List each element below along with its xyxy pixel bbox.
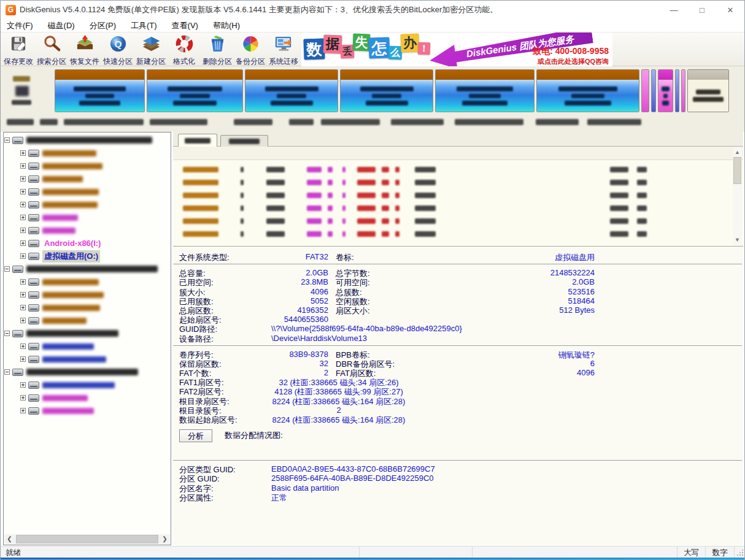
disk-partition-block[interactable] [435, 69, 535, 112]
menu-P[interactable]: 分区(P) [90, 20, 116, 31]
partition-table-header[interactable] [173, 147, 743, 160]
menu-V[interactable]: 查看(V) [172, 20, 198, 31]
table-vertical-scrollbar[interactable]: ▲ ▼ [733, 148, 742, 245]
tree-expand-icon[interactable] [4, 137, 10, 143]
tree-expand-icon[interactable] [20, 215, 26, 220]
tree-expand-icon[interactable] [20, 292, 26, 297]
tree-expand-icon[interactable] [20, 240, 26, 246]
tree-expand-icon[interactable] [20, 228, 26, 233]
banner-qq-link[interactable]: 或点击此处选择QQ咨询 [533, 57, 609, 66]
toolbar-save-button[interactable]: 保存更改 [2, 33, 35, 66]
tree-item[interactable] [20, 275, 161, 288]
disk-partition-sliver[interactable] [641, 69, 649, 112]
scroll-up-icon[interactable]: ▲ [733, 148, 742, 157]
scroll-left-icon[interactable]: ❮ [4, 534, 15, 544]
menu-H[interactable]: 帮助(H) [213, 20, 240, 31]
tree-item[interactable] [4, 134, 161, 147]
menu-D[interactable]: 磁盘(D) [48, 20, 75, 31]
toolbar-format-button[interactable]: 格式化 [168, 33, 201, 66]
table-row[interactable] [173, 202, 743, 215]
toolbar-quick-partition-button[interactable]: Q 快速分区 [101, 33, 134, 66]
minimize-button[interactable]: — [660, 1, 688, 19]
maximize-button[interactable]: □ [688, 1, 716, 19]
disk-partition-block[interactable] [536, 69, 639, 112]
menu-F[interactable]: 文件(F) [7, 20, 33, 31]
toolbar-delete-button[interactable]: 删除分区 [201, 33, 234, 66]
disk-partition-block[interactable] [147, 69, 243, 112]
disk-partition-block[interactable] [340, 69, 433, 112]
tree-item[interactable] [20, 378, 161, 391]
tree-item[interactable] [4, 263, 161, 275]
tree-item[interactable] [20, 340, 161, 353]
detail-row: FAT1扇区号:32 (柱面:338665 磁头:34 扇区:26) [173, 377, 743, 386]
tree-item[interactable] [20, 404, 161, 417]
disk-partition-block[interactable] [658, 69, 673, 112]
tree-expand-icon[interactable] [20, 253, 26, 259]
tree-item[interactable] [20, 314, 161, 327]
tree-expand-icon[interactable] [20, 395, 26, 401]
scroll-right-icon[interactable]: ❯ [160, 534, 170, 544]
tree-item[interactable] [20, 159, 161, 172]
tree-expand-icon[interactable] [20, 176, 26, 182]
resize-grip[interactable] [736, 548, 744, 557]
tree-expand-icon[interactable] [20, 202, 26, 207]
disk-partition-block[interactable] [245, 69, 338, 112]
tree-item[interactable] [4, 327, 161, 340]
disk-nav-widget[interactable] [8, 71, 47, 109]
menu-T[interactable]: 工具(T) [131, 20, 157, 31]
ad-banner[interactable]: 数据丢失怎么办！ DiskGenius 团队为您服务 致电: 400-008-9… [301, 33, 612, 66]
table-row[interactable] [173, 163, 743, 176]
close-button[interactable]: ✕ [716, 1, 744, 19]
tree-item[interactable] [20, 224, 161, 237]
scrollbar-thumb[interactable] [16, 535, 158, 543]
blurred-text [415, 231, 436, 237]
tree-item[interactable] [20, 172, 161, 185]
disk-partition-sliver[interactable] [681, 69, 685, 112]
tree-item[interactable]: Android-x86(I:) [20, 237, 161, 250]
tree-expand-icon[interactable] [4, 266, 10, 272]
tree-expand-icon[interactable] [20, 150, 26, 156]
table-row[interactable] [173, 215, 743, 228]
tree-expand-icon[interactable] [20, 356, 26, 362]
disk-icon [28, 150, 39, 157]
tree-item[interactable] [20, 353, 161, 366]
table-row[interactable] [173, 189, 743, 202]
tree-expand-icon[interactable] [4, 331, 10, 336]
tree-item[interactable] [20, 288, 161, 301]
toolbar-backup-button[interactable]: 备份分区 [234, 33, 267, 66]
tree-item[interactable] [20, 147, 161, 159]
window-title: DiskGenius V5.4.0.1124 免费版(单文件PE版) 发现新版本… [20, 4, 498, 15]
scroll-down-icon[interactable]: ▼ [733, 236, 742, 245]
tree-item[interactable] [20, 211, 161, 224]
tree-expand-icon[interactable] [20, 382, 26, 388]
tree-expand-icon[interactable] [20, 279, 26, 285]
toolbar-migrate-button[interactable]: 系统迁移 [267, 33, 300, 66]
table-row[interactable] [173, 176, 743, 189]
tree-item[interactable] [20, 198, 161, 211]
disk-partition-block[interactable] [55, 69, 145, 112]
tree-expand-icon[interactable] [20, 408, 26, 413]
disk-partition-sliver[interactable] [675, 69, 679, 112]
tree-item[interactable] [20, 185, 161, 198]
tree-expand-icon[interactable] [20, 163, 26, 169]
tree-item[interactable] [20, 301, 161, 314]
tab-0[interactable] [178, 134, 217, 147]
tree-expand-icon[interactable] [20, 305, 26, 310]
toolbar-new-partition-button[interactable]: 新建分区 [134, 33, 168, 66]
tree-expand-icon[interactable] [20, 189, 26, 194]
tree-horizontal-scrollbar[interactable]: ❮ ❯ [4, 534, 170, 544]
scrollbar-thumb[interactable] [733, 157, 741, 184]
tree-item[interactable] [20, 391, 161, 404]
table-row[interactable] [173, 228, 743, 240]
toolbar-search-button[interactable]: 搜索分区 [35, 33, 68, 66]
tree-expand-icon[interactable] [20, 343, 26, 349]
analyze-button[interactable]: 分析 [179, 429, 212, 442]
tab-1[interactable] [220, 135, 268, 147]
tree-item[interactable] [4, 366, 161, 378]
tree-item[interactable]: 虚拟磁盘用(O:) [20, 250, 161, 263]
tree-expand-icon[interactable] [20, 318, 26, 323]
disk-partition-sliver[interactable] [651, 69, 656, 112]
toolbar-recover-button[interactable]: 恢复文件 [68, 33, 101, 66]
disk-partition-block[interactable] [687, 69, 729, 112]
tree-expand-icon[interactable] [4, 369, 10, 375]
